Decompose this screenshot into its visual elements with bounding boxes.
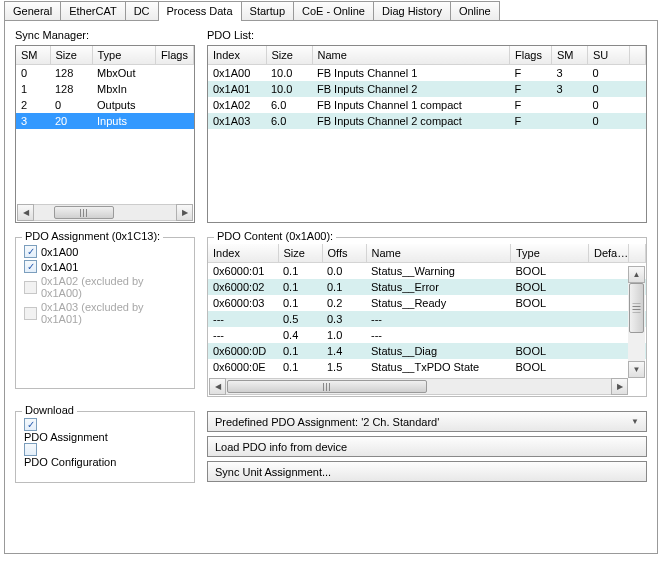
pdo-content-table[interactable]: Index Size Offs Name Type Defa… 0x6000:0… [208, 244, 646, 396]
tab-startup[interactable]: Startup [241, 1, 294, 21]
tab-bar: General EtherCAT DC Process Data Startup… [0, 0, 662, 20]
content-row[interactable]: 0x6000:020.10.1Status__ErrorBOOL [208, 279, 646, 295]
sm-row[interactable]: 320Inputs [16, 113, 194, 129]
col-size[interactable]: Size [266, 46, 312, 65]
tab-diag-history[interactable]: Diag History [373, 1, 451, 21]
col-size[interactable]: Size [278, 244, 322, 263]
checkbox-icon: ✓ [24, 281, 37, 294]
col-index[interactable]: Index [208, 46, 266, 65]
tab-panel: Sync Manager: SM Size Type Flags 0128Mbx… [4, 20, 658, 554]
tab-process-data[interactable]: Process Data [158, 1, 242, 21]
load-pdo-button[interactable]: Load PDO info from device [207, 436, 647, 457]
pdo-assignment-label: PDO Assignment (0x1C13): [22, 230, 163, 242]
predefined-pdo-dropdown[interactable]: Predefined PDO Assignment: '2 Ch. Standa… [207, 411, 647, 432]
download-box: Download ✓PDO Assignment ✓PDO Configurat… [15, 411, 195, 483]
content-row[interactable]: 0x6000:030.10.2Status__ReadyBOOL [208, 295, 646, 311]
content-row[interactable]: 0x6000:010.10.0Status__WarningBOOL [208, 263, 646, 280]
col-offs[interactable]: Offs [322, 244, 366, 263]
hscrollbar[interactable]: ◀ ▶ [17, 204, 193, 221]
checkbox-icon: ✓ [24, 307, 37, 320]
sm-row[interactable]: 0128MbxOut [16, 65, 194, 82]
dl-item[interactable]: ✓PDO Assignment [24, 418, 186, 443]
scroll-right-icon[interactable]: ▶ [176, 204, 193, 221]
col-type[interactable]: Type [92, 46, 156, 65]
pdo-row[interactable]: 0x1A036.0FB Inputs Channel 2 compactF0 [208, 113, 646, 129]
asg-item[interactable]: ✓0x1A00 [24, 244, 186, 259]
content-row[interactable]: 0x6000:0E0.11.5Status__TxPDO StateBOOL [208, 359, 646, 375]
col-name[interactable]: Name [366, 244, 511, 263]
pdo-content-label: PDO Content (0x1A00): [214, 230, 336, 242]
col-name[interactable]: Name [312, 46, 510, 65]
chevron-down-icon: ▼ [631, 417, 639, 426]
checkbox-icon[interactable]: ✓ [24, 443, 37, 456]
col-index[interactable]: Index [208, 244, 278, 263]
col-default[interactable]: Defa… [589, 244, 629, 263]
download-label: Download [22, 404, 77, 416]
scroll-left-icon[interactable]: ◀ [17, 204, 34, 221]
scroll-thumb[interactable] [629, 283, 644, 333]
checkbox-icon[interactable]: ✓ [24, 260, 37, 273]
col-su[interactable]: SU [588, 46, 630, 65]
tab-online[interactable]: Online [450, 1, 500, 21]
vscrollbar[interactable]: ▲ ▼ [628, 266, 645, 378]
pdo-content-box: PDO Content (0x1A00): Index Size Offs Na… [207, 237, 647, 397]
pdo-list-table[interactable]: Index Size Name Flags SM SU 0x1A0010.0FB… [207, 45, 647, 223]
pdo-row[interactable]: 0x1A0110.0FB Inputs Channel 2F30 [208, 81, 646, 97]
col-sm[interactable]: SM [16, 46, 50, 65]
dl-item[interactable]: ✓PDO Configuration [24, 443, 186, 468]
content-row[interactable]: ---0.41.0--- [208, 327, 646, 343]
scroll-left-icon[interactable]: ◀ [209, 378, 226, 395]
sm-row[interactable]: 20Outputs [16, 97, 194, 113]
sync-unit-button[interactable]: Sync Unit Assignment... [207, 461, 647, 482]
asg-item: ✓0x1A02 (excluded by 0x1A00) [24, 274, 186, 300]
content-row[interactable]: ---0.50.3--- [208, 311, 646, 327]
asg-item[interactable]: ✓0x1A01 [24, 259, 186, 274]
sm-row[interactable]: 1128MbxIn [16, 81, 194, 97]
checkbox-icon[interactable]: ✓ [24, 245, 37, 258]
pdo-list-label: PDO List: [207, 29, 647, 41]
scroll-down-icon[interactable]: ▼ [628, 361, 645, 378]
col-size[interactable]: Size [50, 46, 92, 65]
tab-general[interactable]: General [4, 1, 61, 21]
col-flags[interactable]: Flags [156, 46, 194, 65]
col-flags[interactable]: Flags [510, 46, 552, 65]
hscrollbar[interactable]: ◀ ▶ [209, 378, 628, 395]
checkbox-icon[interactable]: ✓ [24, 418, 37, 431]
pdo-row[interactable]: 0x1A026.0FB Inputs Channel 1 compactF0 [208, 97, 646, 113]
tab-coe-online[interactable]: CoE - Online [293, 1, 374, 21]
content-row[interactable]: 0x6000:0D0.11.4Status__DiagBOOL [208, 343, 646, 359]
tab-ethercat[interactable]: EtherCAT [60, 1, 125, 21]
scroll-thumb[interactable] [227, 380, 427, 393]
pdo-row[interactable]: 0x1A0010.0FB Inputs Channel 1F30 [208, 65, 646, 82]
pdo-assignment-box: PDO Assignment (0x1C13): ✓0x1A00 ✓0x1A01… [15, 237, 195, 389]
scroll-right-icon[interactable]: ▶ [611, 378, 628, 395]
scroll-up-icon[interactable]: ▲ [628, 266, 645, 283]
sync-manager-table[interactable]: SM Size Type Flags 0128MbxOut 1128MbxIn … [15, 45, 195, 223]
asg-item: ✓0x1A03 (excluded by 0x1A01) [24, 300, 186, 326]
scroll-thumb[interactable] [54, 206, 114, 219]
col-type[interactable]: Type [511, 244, 589, 263]
col-sm[interactable]: SM [552, 46, 588, 65]
sync-manager-label: Sync Manager: [15, 29, 195, 41]
tab-dc[interactable]: DC [125, 1, 159, 21]
